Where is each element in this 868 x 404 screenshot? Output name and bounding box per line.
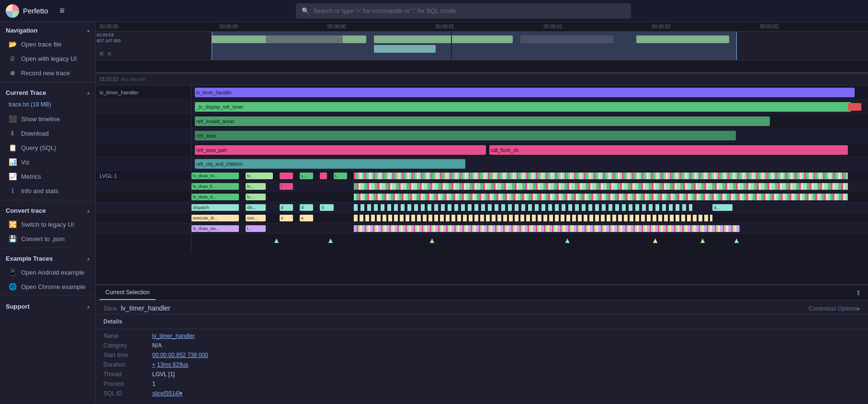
span-l4[interactable]: l... bbox=[246, 225, 266, 232]
span-lv-draw-re[interactable]: lv_draw_re... bbox=[192, 173, 239, 179]
track-canvas-lvgl-row3[interactable]: lv_draw_d... lv... bbox=[192, 192, 868, 202]
search-input[interactable] bbox=[313, 7, 625, 14]
detail-key-duration: Duration bbox=[103, 361, 147, 368]
ruler-start: 00:00:00 bbox=[100, 24, 118, 29]
overview-bar-teal1 bbox=[374, 45, 436, 53]
sidebar-item-download[interactable]: ⬇Download bbox=[0, 126, 95, 140]
sidebar-section-current-trace[interactable]: Current Trace▴ bbox=[0, 84, 95, 99]
track-label-lvgl: LVGL 1 bbox=[96, 171, 192, 181]
sidebar-item-show-timeline[interactable]: ⬛Show timeline bbox=[0, 112, 95, 126]
dense-spans-execute[interactable] bbox=[354, 215, 712, 221]
span-execute-dr[interactable]: execute_dr... bbox=[192, 215, 239, 221]
sidebar-item-open-android-example[interactable]: 📱Open Android example bbox=[0, 265, 95, 279]
span-d3[interactable]: d bbox=[320, 204, 333, 211]
dense-spans-row1[interactable] bbox=[354, 173, 847, 179]
sidebar-item-info-and-stats[interactable]: ℹInfo and stats bbox=[0, 184, 95, 198]
span-dispatch[interactable]: dispatch bbox=[192, 204, 239, 211]
span-lv3[interactable]: lv... bbox=[246, 194, 266, 200]
sidebar-item-open-chrome-example[interactable]: 🌐Open Chrome example bbox=[0, 279, 95, 294]
sidebar-item-open-with-legacy[interactable]: 🖥Open with legacy UI bbox=[0, 51, 95, 66]
span-d1[interactable]: d bbox=[280, 204, 293, 211]
track-canvas-lvgl-row2[interactable]: lv_draw_fi... lv... l bbox=[192, 181, 868, 191]
sidebar-icon-open-chrome-example: 🌐 bbox=[9, 283, 16, 290]
detail-row-sql-id: SQL IDslice[5514]▾ bbox=[103, 389, 860, 398]
sidebar-item-switch-to-legacy[interactable]: 🔀Switch to legacy UI bbox=[0, 217, 95, 231]
sidebar-section-convert-trace[interactable]: Convert trace▴ bbox=[0, 202, 95, 217]
span-lv1[interactable]: lv... bbox=[246, 173, 273, 179]
span-exe1[interactable]: exe... bbox=[246, 215, 266, 221]
track-canvas-refr-obj[interactable]: refr_obj_and_children bbox=[192, 157, 868, 170]
track-canvas-lv-timer[interactable]: lv_timer_handler bbox=[192, 85, 868, 99]
search-bar[interactable]: 🔍 bbox=[296, 3, 631, 19]
span-lv-draw-sw[interactable]: lv_draw_sw... bbox=[192, 225, 239, 232]
sidebar-item-viz[interactable]: 📊Viz bbox=[0, 155, 95, 169]
timeline-overview[interactable]: 00:00:00 00:00:00 00:00:00 00:00:01 00:0… bbox=[96, 22, 868, 60]
span-refr-area[interactable]: refr_area bbox=[195, 131, 736, 140]
contextual-options[interactable]: Contextual Options▸ bbox=[809, 305, 860, 312]
track-canvas-refr-invalid[interactable]: refr_invalid_areas bbox=[192, 114, 868, 128]
span-m1[interactable] bbox=[280, 173, 293, 179]
span-d2[interactable]: d bbox=[300, 204, 313, 211]
sidebar-item-trace-file[interactable]: trace.txt (18 MB) bbox=[0, 99, 95, 112]
span-d4[interactable]: d... bbox=[712, 204, 733, 211]
sidebar-icon-record-new-trace: ⏺ bbox=[9, 69, 16, 77]
sidebar-section-support[interactable]: Support▴ bbox=[0, 298, 95, 313]
table-row: _lv_display_refr_timer bbox=[96, 100, 868, 114]
duration-caret-icon[interactable]: ▾ bbox=[152, 361, 155, 368]
ruler-t5: 00:00:02 bbox=[652, 24, 670, 29]
sidebar-item-open-trace-file[interactable]: 📂Open trace file bbox=[0, 37, 95, 51]
span-dis[interactable]: dis... bbox=[246, 204, 266, 211]
sidebar-section-example-traces[interactable]: Example Traces▴ bbox=[0, 250, 95, 265]
tab-current-selection[interactable]: Current Selection bbox=[100, 285, 156, 300]
track-canvas-refr-area-part[interactable]: refr_area_part call_flush_cb bbox=[192, 143, 868, 157]
hamburger-icon[interactable]: ≡ bbox=[60, 6, 65, 16]
dense-spans-dispatch[interactable] bbox=[354, 204, 692, 211]
sidebar-item-record-new-trace[interactable]: ⏺Record new trace bbox=[0, 66, 95, 80]
track-area[interactable]: ▾ Process 1 01:03:53 852 000 000 00:00:0… bbox=[96, 60, 868, 284]
sidebar-section-label-navigation: Navigation bbox=[6, 27, 37, 34]
details-section-header: Details bbox=[96, 314, 868, 329]
span-refr-obj-and-children[interactable]: refr_obj_and_children bbox=[195, 159, 465, 169]
span-call-flush-cb[interactable]: call_flush_cb bbox=[489, 145, 848, 155]
sidebar-section-label-convert-trace: Convert trace bbox=[6, 207, 46, 214]
sidebar-item-query-sql[interactable]: 📋Query (SQL) bbox=[0, 140, 95, 155]
span-refr-area-part1[interactable]: refr_area_part bbox=[195, 145, 486, 155]
track-canvas-lvgl-row1[interactable]: lv_draw_re... lv... L... L. bbox=[192, 171, 868, 181]
track-canvas-execute-dr[interactable]: execute_dr... exe... e e bbox=[192, 213, 868, 223]
sidebar-item-metrics[interactable]: 📈Metrics bbox=[0, 169, 95, 184]
span-lv-draw-d[interactable]: lv_draw_d... bbox=[192, 194, 239, 200]
span-lv-draw-fi[interactable]: lv_draw_fi... bbox=[192, 183, 239, 190]
dense-spans-lv-draw-sw[interactable] bbox=[354, 225, 739, 232]
span-l1[interactable]: L... bbox=[300, 173, 313, 179]
detail-val-duration[interactable]: ▾13ms 629us bbox=[152, 361, 188, 368]
span-refr-invalid-areas[interactable]: refr_invalid_areas bbox=[195, 116, 770, 126]
detail-val-sql-id[interactable]: slice[5514]▾ bbox=[152, 390, 182, 397]
overview-tracks[interactable]: 01:03:53827 147 000 ✕ ≡ bbox=[96, 32, 868, 60]
dense-spans-row2[interactable] bbox=[354, 183, 847, 190]
sidebar-divider-example-traces bbox=[0, 296, 95, 296]
span-l3[interactable]: l bbox=[280, 183, 293, 190]
track-canvas-refr-area[interactable]: refr_area bbox=[192, 128, 868, 142]
dense-spans-row3[interactable] bbox=[354, 194, 847, 200]
detail-row-start-time: Start time00:00:00.852 738 000 bbox=[103, 350, 860, 360]
track-canvas-dispatch[interactable]: dispatch dis... d d d d... bbox=[192, 202, 868, 212]
span-m2[interactable] bbox=[320, 173, 327, 179]
sidebar-item-convert-to-json[interactable]: 💾Convert to .json bbox=[0, 231, 95, 246]
span-l2[interactable]: L. bbox=[334, 173, 347, 179]
span-e2[interactable]: e bbox=[300, 215, 313, 221]
sidebar-icon-switch-to-legacy: 🔀 bbox=[9, 220, 16, 228]
pin-icon[interactable]: ⬆ bbox=[853, 289, 864, 297]
sidebar-section-navigation[interactable]: Navigation▴ bbox=[0, 22, 95, 37]
detail-val-start-time[interactable]: 00:00:00.852 738 000 bbox=[152, 352, 208, 358]
span-lv2[interactable]: lv... bbox=[246, 183, 266, 190]
zoom-fit-icon[interactable]: ≡ bbox=[107, 50, 111, 58]
track-canvas-lv-display[interactable]: _lv_display_refr_timer bbox=[192, 100, 868, 114]
span-lv-timer-handler[interactable]: lv_timer_handler bbox=[195, 88, 855, 97]
track-canvas-lv-draw-sw[interactable]: lv_draw_sw... l... bbox=[192, 223, 868, 233]
span-e1[interactable]: e bbox=[280, 215, 293, 221]
detail-val-name[interactable]: lv_timer_handler bbox=[152, 333, 195, 339]
span-lv-display-refr-timer[interactable]: _lv_display_refr_timer bbox=[195, 102, 851, 112]
zoom-out-icon[interactable]: ✕ bbox=[99, 50, 104, 58]
detail-row-process: Process1 bbox=[103, 379, 860, 389]
zoom-controls[interactable]: ✕ ≡ bbox=[99, 50, 111, 58]
